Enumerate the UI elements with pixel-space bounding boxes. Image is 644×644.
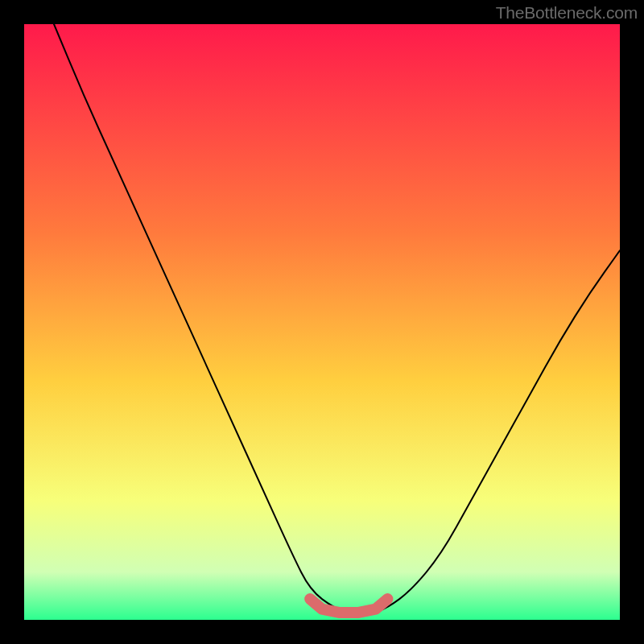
chart-frame: TheBottleneck.com xyxy=(0,0,644,644)
watermark-text: TheBottleneck.com xyxy=(496,3,638,23)
bottleneck-chart-svg xyxy=(0,0,644,644)
plot-area-background xyxy=(24,24,620,620)
